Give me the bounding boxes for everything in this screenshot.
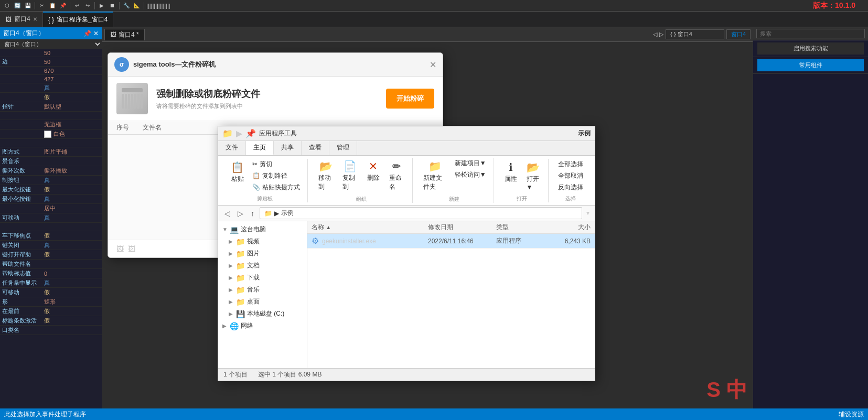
fe-address-box[interactable]: 📁 ▶ 示例	[260, 207, 582, 219]
fe-rename-btn[interactable]: ✏ 重命名	[385, 158, 408, 193]
svg-rect-2	[125, 94, 127, 109]
bottom-left-text: 此处选择加入事件处理子程序	[4, 410, 86, 419]
enable-search-button[interactable]: 启用搜索功能	[757, 42, 864, 55]
fe-easy-access-btn[interactable]: 轻松访问▼	[452, 169, 489, 180]
fe-forward-btn[interactable]: ▷	[235, 209, 245, 218]
toolbar-icon-5[interactable]: 🔧	[122, 1, 131, 10]
editor-addr-box[interactable]: { } 窗口4	[666, 29, 724, 39]
sigma-start-button[interactable]: 开始粉碎	[386, 89, 434, 109]
toolbar-icon-6[interactable]: 📐	[132, 1, 142, 10]
fe-tree-docs[interactable]: ▶ 📁 文档	[218, 260, 307, 272]
fe-title-text: 应用程序工具	[259, 129, 575, 138]
fe-group-clipboard: 📋 粘贴 ✂剪切 📋复制路径 📎粘贴快捷方式 剪贴板	[222, 159, 308, 202]
nav-back[interactable]: ◁	[653, 31, 657, 38]
toolbar-icon-paste[interactable]: 📌	[58, 1, 68, 10]
fe-body: ▼ 💻 这台电脑 ▶ 📁 视频 ▶ 📁 图片	[218, 221, 595, 368]
prop-row: 最大化按钮假	[0, 185, 102, 195]
fe-back-btn[interactable]: ◁	[222, 209, 232, 218]
fe-tab-home[interactable]: 主页	[246, 141, 274, 155]
fe-addr-separator: ▶	[274, 210, 279, 217]
fe-paste-btn[interactable]: 📋 粘贴	[227, 159, 248, 186]
fe-organize-btns: 📂 移动到 📄 复制到 ✕ 删除	[314, 158, 408, 193]
fe-deselect-all-btn[interactable]: 全部取消	[555, 170, 586, 181]
fe-invert-select-btn[interactable]: 反向选择	[555, 182, 586, 193]
toolbar-icon-run[interactable]: ▶	[97, 1, 106, 10]
close-left-icon[interactable]: ✕	[93, 30, 99, 37]
fe-file-row[interactable]: ⚙ geekuninstaller.exe 2022/6/11 16:46 应用…	[307, 234, 595, 249]
sigma-footer-left: 🖼 🖼	[116, 244, 135, 253]
prop-row: 50	[0, 49, 102, 57]
fe-new-folder-btn[interactable]: 📁 新建文件夹	[419, 158, 450, 193]
fe-sidebar: ▼ 💻 这台电脑 ▶ 📁 视频 ▶ 📁 图片	[218, 221, 307, 368]
fe-main-pane: 名称 ▲ 修改日期 类型 大小 ⚙ geekuninstaller.exe 20…	[307, 221, 595, 368]
fe-cut-btn[interactable]: ✂剪切	[249, 159, 303, 170]
fe-tab-view[interactable]: 查看	[302, 141, 329, 155]
fe-tree-local-disk[interactable]: ▶ 💾 本地磁盘 (C:)	[218, 308, 307, 320]
col-filename: 文件名	[143, 123, 162, 132]
editor-canvas: σ sigema tools—文件粉碎机 ✕	[102, 42, 753, 420]
fe-open-label: 打开	[517, 195, 527, 202]
fe-move-to-btn[interactable]: 📂 移动到	[314, 158, 337, 193]
tab-program-set[interactable]: { } 窗口程序集_窗口4	[43, 12, 114, 27]
fe-tree-downloads[interactable]: ▶ 📁 下载	[218, 272, 307, 284]
fe-select-btns: 全部选择 全部取消 反向选择	[555, 159, 586, 193]
editor-tabs: 🖼 窗口4 *	[104, 29, 652, 40]
sigma-title-text: sigema tools—文件粉碎机	[133, 60, 216, 69]
tab-window4[interactable]: 🖼 窗口4 ✕	[0, 12, 43, 27]
fe-tree-pictures[interactable]: ▶ 📁 图片	[218, 247, 307, 260]
sep4	[119, 2, 120, 9]
prop-row	[0, 139, 102, 147]
left-panel-header: 窗口4（窗口） 📌 ✕	[0, 27, 102, 39]
fe-file-type: 应用程序	[496, 236, 549, 245]
toolbar-icon-1[interactable]: ⬡	[2, 1, 12, 10]
fe-new-item-btn[interactable]: 新建项目▼	[452, 158, 489, 169]
pin-icon[interactable]: 📌	[83, 30, 91, 37]
fe-tree-this-pc[interactable]: ▼ 💻 这台电脑	[218, 223, 307, 235]
toolbar-icon-copy[interactable]: 📋	[48, 1, 57, 10]
nav-fwd[interactable]: ▷	[659, 31, 663, 38]
fe-nav-icon: ▶	[236, 128, 242, 138]
center-area: 🖼 窗口4 * ◁ ▷ { } 窗口4 窗口4 σ	[102, 27, 753, 420]
toolbar-icon-redo[interactable]: ↪	[83, 1, 92, 10]
shredder-icon	[116, 83, 148, 114]
fe-tab-share[interactable]: 共享	[274, 141, 302, 155]
sigma-close-button[interactable]: ✕	[430, 60, 436, 70]
prop-row: 边50	[0, 57, 102, 67]
fe-open-btn[interactable]: 📂 打开▼	[522, 159, 544, 193]
fe-copy-to-btn[interactable]: 📄 复制到	[338, 158, 361, 193]
fe-up-btn[interactable]: ↑	[249, 209, 256, 218]
toolbar-icon-stop[interactable]: ⏹	[108, 1, 117, 10]
fe-tree-desktop[interactable]: ▶ 📁 桌面	[218, 296, 307, 308]
toolbar-icon-2[interactable]: 🔄	[13, 1, 22, 10]
window-label[interactable]: 窗口4	[726, 29, 751, 39]
tab-close-1[interactable]: ✕	[33, 16, 37, 22]
fe-tree-video[interactable]: ▶ 📁 视频	[218, 235, 307, 247]
fe-col-name: 名称 ▲	[312, 223, 428, 232]
toolbar-icon-undo[interactable]: ↩	[72, 1, 82, 10]
prop-row: 假	[0, 93, 102, 102]
fe-delete-btn[interactable]: ✕ 删除	[363, 158, 384, 185]
prop-row: 最小化按钮真	[0, 195, 102, 204]
fe-select-all-btn[interactable]: 全部选择	[555, 159, 586, 170]
fe-tab-manage[interactable]: 管理	[329, 141, 357, 155]
prop-row: 可移动真	[0, 213, 102, 223]
fe-breadcrumb-right: 示例	[578, 129, 591, 138]
fe-copy-path-btn[interactable]: 📋复制路径	[249, 170, 303, 181]
left-panel-select[interactable]: 窗口4（窗口）	[0, 39, 102, 49]
fe-paste-shortcut-btn[interactable]: 📎粘贴快捷方式	[249, 182, 303, 193]
fe-tree-music[interactable]: ▶ 📁 音乐	[218, 284, 307, 296]
toolbar-icon-3[interactable]: 💾	[23, 1, 33, 10]
search-input[interactable]	[756, 29, 865, 38]
fe-addr-icon: 📁	[264, 210, 272, 217]
prop-row: 标题条数激活假	[0, 316, 102, 326]
svg-rect-7	[141, 94, 143, 109]
editor-tab-1[interactable]: 🖼 窗口4 *	[104, 29, 145, 40]
fe-folder-icon: 📁	[222, 128, 233, 138]
common-components-button[interactable]: 常用组件	[757, 59, 864, 71]
fe-tree-network[interactable]: ▶ 🌐 网络	[218, 320, 307, 332]
editor-toolbar: 🖼 窗口4 * ◁ ▷ { } 窗口4 窗口4	[102, 27, 753, 42]
col-number: 序号	[116, 123, 143, 132]
fe-properties-btn[interactable]: ℹ 属性	[500, 159, 521, 186]
toolbar-icon-cut[interactable]: ✂	[37, 1, 47, 10]
fe-tab-file[interactable]: 文件	[218, 141, 246, 155]
